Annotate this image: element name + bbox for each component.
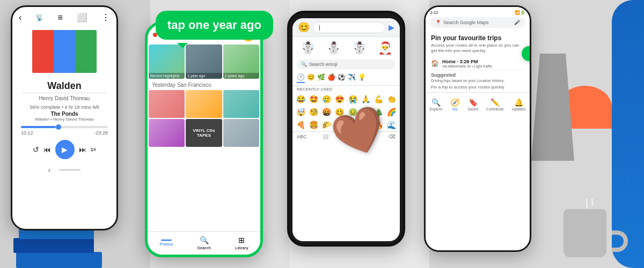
book-author: Henry David Thoreau [22,93,107,101]
deco-mug [564,209,606,257]
chat-header: 😊 | ▶ [292,18,400,37]
section-title: Yesterday San Francisco [148,80,260,89]
pin-cta: Pin a trip to access your routes quickly [431,85,524,90]
bookmark-icon[interactable]: ⬜ [77,12,87,23]
tab-food[interactable]: 🍎 [327,73,335,83]
skip-forward-icon[interactable]: ⏭ [79,145,86,154]
nav-search-label: Search [197,245,211,250]
updates-icon: 🔔 [514,98,523,107]
emoji-0-3[interactable]: 😍 [333,94,346,105]
nav-contribute-label: Contribute [486,107,503,111]
recently-used-label: RECENTLY USED [292,86,400,93]
go-icon: 🧭 [450,98,459,107]
emoji-1-1[interactable]: 🧐 [308,107,320,117]
tab-activity[interactable]: ⚽ [338,73,346,83]
nav-photos-label: Photos [160,242,173,247]
tab-clock[interactable]: 🕐 [297,73,305,83]
emoji-grid-row1: 😂 🤩 🥲 😍 😭 🙏 💪 👏 [292,93,400,106]
emoji-0-0[interactable]: 😂 [295,94,307,105]
nav-contribute[interactable]: ✏️ Contribute [486,98,503,111]
nav-bottom: ‹ [17,166,112,174]
photo-1[interactable] [149,90,185,118]
nav-photos[interactable]: Photos [160,240,173,247]
sticker-key[interactable]: ⬜ [323,134,328,139]
tab-objects[interactable]: 💡 [358,73,366,83]
nav-explore[interactable]: 🔍 Explore [430,98,443,111]
send-icon[interactable]: ▶ [389,23,394,32]
speed-button[interactable]: 1× [91,147,96,152]
abc-key[interactable]: ABC [297,134,307,139]
emoji-2-7[interactable]: 🌊 [385,120,398,130]
sticker-snowman2[interactable]: ⛄ [326,41,341,55]
time-elapsed: 10:12 [21,130,33,136]
speech-bubble: tap one year ago [156,11,273,40]
contribute-icon: ✏️ [491,98,500,107]
progress-bar[interactable] [21,126,108,128]
album-one-year[interactable]: 1 year ago [186,44,222,79]
tab-smile[interactable]: 😊 [307,73,315,83]
time-remaining: -23:28 [94,130,108,136]
album-recent[interactable]: Recent Highlights [149,44,185,79]
tab-travel[interactable]: ✈️ [348,73,356,83]
tab-nature[interactable]: 🌿 [317,73,325,83]
mic-icon[interactable]: 🎤 [514,20,520,25]
track-title: The Ponds [17,111,112,117]
album-one-year-label: 1 year ago [186,73,222,79]
photo-3[interactable] [223,90,259,118]
cursor: | [319,25,320,31]
photos-grid: Recent Highlights 1 year ago 2 years ago [148,43,260,80]
cover-red [32,30,54,73]
prev-chapter-icon[interactable]: ‹ [48,166,51,174]
status-time: 3:22 [430,10,438,15]
controls-row: ↺ ⏮ ▶ ⏭ 1× [17,140,112,159]
nav-library[interactable]: ⊞ Library [235,236,248,250]
cast-icon[interactable]: 📡 [35,14,43,21]
photo-6[interactable] [223,119,259,147]
chapter-indicator [59,169,80,171]
more-icon[interactable]: ⋮ [101,12,110,23]
home-route-row[interactable]: 🏠 Home · 3:26 PM via Albermarle St • Lig… [431,57,524,70]
maps-header: 3:22 📶🔋 📍 Search Google Maps 🎤 [426,7,530,30]
emoji-0-7[interactable]: 👏 [385,94,398,105]
cover-green [75,30,97,73]
sticker-snowman4[interactable]: 🎅 [378,41,392,55]
sticker-snowman3[interactable]: ☃️ [352,41,367,55]
nav-search[interactable]: 🔍 Search [197,236,211,250]
photo-2[interactable] [186,90,222,118]
search-icon: 🔍 [301,62,307,67]
photos-bottom-grid: VINYL CDs TAPES [148,89,260,148]
track-subtitle: Walden • Henry David Thoreau [17,117,112,122]
maps-search-bar[interactable]: 📍 Search Google Maps 🎤 [430,17,525,28]
library-icon: ⊞ [238,236,245,244]
emoji-0-1[interactable]: 🤩 [308,94,320,105]
emoji-0-2[interactable]: 🥲 [320,94,333,105]
emoji-search[interactable]: 🔍 Search emoji [297,59,396,69]
photo-5[interactable]: VINYL CDs TAPES [186,119,222,147]
skip-back-icon[interactable]: ⏮ [43,145,51,154]
emoji-1-7[interactable]: 🌈 [385,107,398,117]
emoji-tab-bar: 🕐 😊 🌿 🍎 ⚽ ✈️ 💡 [292,71,400,86]
suggested-label: Suggested [431,70,524,79]
nav-updates-label: Updates [511,107,525,111]
emoji-2-0[interactable]: 🍕 [295,120,307,130]
album-recent-label: Recent Highlights [149,73,185,79]
speech-bubble-text: tap one year ago [167,18,261,32]
menu-icon[interactable]: ≡ [57,13,62,23]
nav-saved[interactable]: 🔖 Saved [467,98,478,111]
nav-updates[interactable]: 🔔 Updates [511,98,525,111]
phone-photos: Google Photos A Recent Highlights 1 year… [145,21,263,257]
replay-icon[interactable]: ↺ [33,145,39,154]
sticker-snowman1[interactable]: ☃️ [301,41,315,55]
photos-bottom-nav: Photos 🔍 Search ⊞ Library [148,231,260,255]
nav-explore-label: Explore [430,107,443,111]
nav-go[interactable]: 🧭 Go [450,98,459,111]
photo-4[interactable] [149,119,185,147]
back-icon[interactable]: ‹ [19,13,21,23]
emoji-0-4[interactable]: 😭 [347,94,359,105]
emoji-1-0[interactable]: 🤯 [295,107,307,117]
album-two-years[interactable]: 2 years ago [223,44,259,79]
play-button[interactable]: ▶ [55,140,75,159]
chat-input[interactable]: | [313,22,385,33]
map-area[interactable]: 🧭 📍 ◎ Pin your favourite trips Access yo… [426,30,530,116]
emoji-2-1[interactable]: 🍔 [308,120,320,130]
